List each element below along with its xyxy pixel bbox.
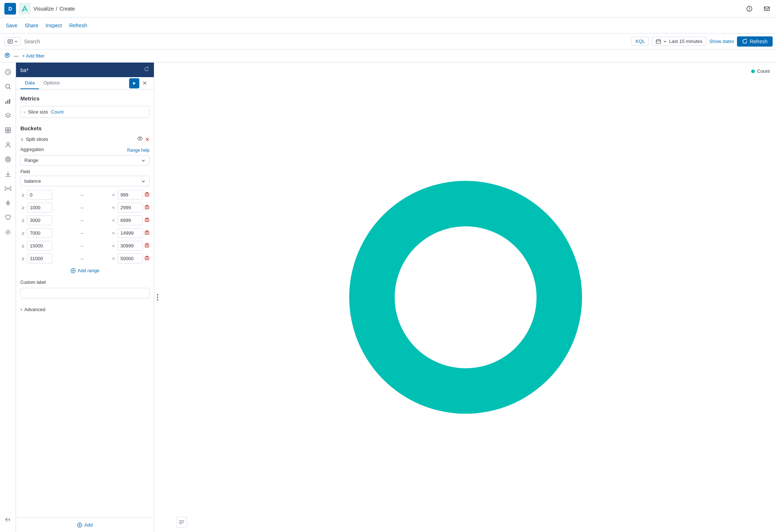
search-input[interactable] [24,39,629,44]
field-label: Field [20,169,150,174]
custom-label-label: Custom label [20,280,150,285]
refresh-nav-button[interactable]: Refresh [69,21,87,30]
panel-reset-button[interactable] [144,66,150,74]
calendar-icon [656,39,661,44]
chart-legend: Count [751,68,770,74]
sidebar-broadcast-icon[interactable] [1,182,15,195]
advanced-row[interactable]: › Advanced [20,303,150,315]
select-chevron-icon [141,158,146,163]
range-lt-input[interactable] [117,254,143,263]
metrics-section: Metrics › Slice size Count [20,95,150,118]
svg-rect-62 [145,244,149,247]
range-gte-input[interactable] [27,254,52,263]
sidebar-search-icon[interactable] [1,80,15,93]
sidebar-heart-icon[interactable] [1,211,15,224]
inspect-button[interactable]: Inspect [45,21,62,30]
range-lt-input[interactable] [117,203,143,213]
add-button[interactable]: Add [77,522,93,528]
add-range-button[interactable]: Add range [68,266,103,275]
arrow-icon: → [54,256,109,262]
mail-button[interactable] [761,3,773,15]
custom-label-input[interactable] [20,288,150,298]
legend-dot [751,70,755,73]
notifications-button[interactable] [744,3,755,15]
index-pattern-button[interactable] [4,37,21,46]
sidebar-collapse-icon[interactable] [1,513,15,526]
refresh-button[interactable]: Refresh [737,36,773,47]
add-filter-button[interactable]: + Add filter [22,53,45,59]
donut-svg [342,174,589,421]
range-gte-input[interactable] [27,241,52,251]
panel-close-button[interactable]: ✕ [139,78,150,88]
add-btn-row: Add [16,517,154,532]
range-row: ≥ → < [20,215,150,225]
time-range-button[interactable]: Last 15 minutes [652,37,706,46]
resize-handle[interactable] [157,294,158,301]
range-gte-input[interactable] [27,215,52,225]
arrow-icon: → [54,230,109,236]
sidebar-download-icon[interactable] [1,167,15,180]
tab-options[interactable]: Options [39,77,64,89]
eye-button[interactable] [137,136,143,143]
lt-symbol: < [111,192,116,198]
svg-point-37 [139,138,141,139]
gte-symbol: ≥ [20,230,25,236]
metrics-title: Metrics [20,95,150,102]
share-button[interactable]: Share [25,21,38,30]
panel-header: ba* [16,63,154,77]
range-help-link[interactable]: Range help [127,148,150,153]
kql-button[interactable]: KQL [631,37,649,46]
range-delete-button[interactable] [144,192,150,198]
range-gte-input[interactable] [27,203,52,213]
save-button[interactable]: Save [6,21,17,30]
svg-rect-50 [145,219,149,222]
lt-symbol: < [111,218,116,223]
range-delete-button[interactable] [144,243,150,249]
sidebar-clock-icon[interactable] [1,65,15,79]
aggregation-field: Aggregation Range help Range [20,147,150,166]
range-lt-input[interactable] [117,228,143,238]
lt-symbol: < [111,256,116,261]
range-delete-button[interactable] [144,255,150,262]
range-delete-button[interactable] [144,205,150,211]
sidebar-grid-icon[interactable] [1,124,15,137]
top-bar-actions [744,3,773,15]
range-gte-input[interactable] [27,190,52,200]
range-lt-input[interactable] [117,241,143,251]
sidebar-user-icon[interactable] [1,138,15,151]
range-delete-button[interactable] [144,217,150,223]
svg-point-2 [749,9,750,10]
svg-rect-3 [764,7,769,11]
sidebar-chart-icon[interactable] [1,95,15,108]
sidebar-bolt-icon[interactable] [1,196,15,210]
range-gte-input[interactable] [27,228,52,238]
sidebar-settings-icon[interactable] [1,226,15,239]
range-delete-button[interactable] [144,230,150,236]
range-lt-input[interactable] [117,215,143,225]
show-dates-button[interactable]: Show dates [709,39,734,44]
breadcrumb: Visualize / Create [33,6,75,12]
delete-button[interactable]: ✕ [145,136,150,142]
field-select[interactable]: balance [20,176,150,186]
arrow-icon: → [54,205,109,211]
svg-rect-38 [145,193,149,196]
svg-rect-23 [9,99,10,104]
sidebar-layers-icon[interactable] [1,109,15,122]
range-lt-input[interactable] [117,190,143,200]
tab-data[interactable]: Data [20,77,39,89]
chart-legend-button[interactable] [176,517,187,528]
range-row: ≥ → < [20,203,150,213]
sidebar-icons [0,63,16,532]
aggregation-select[interactable]: Range [20,155,150,166]
legend-icon [179,519,184,525]
svg-point-34 [7,231,9,233]
mail-icon [764,5,770,12]
chevron-down-icon-3: ∨ [20,137,24,142]
search-bar: KQL Last 15 minutes Show dates Refresh [0,33,777,49]
split-slices-label: Split slices [26,136,135,142]
metrics-item[interactable]: › Slice size Count [20,106,150,118]
svg-point-31 [7,159,8,160]
run-button[interactable] [129,78,139,88]
svg-point-81 [395,226,537,368]
sidebar-target-icon[interactable] [1,153,15,166]
